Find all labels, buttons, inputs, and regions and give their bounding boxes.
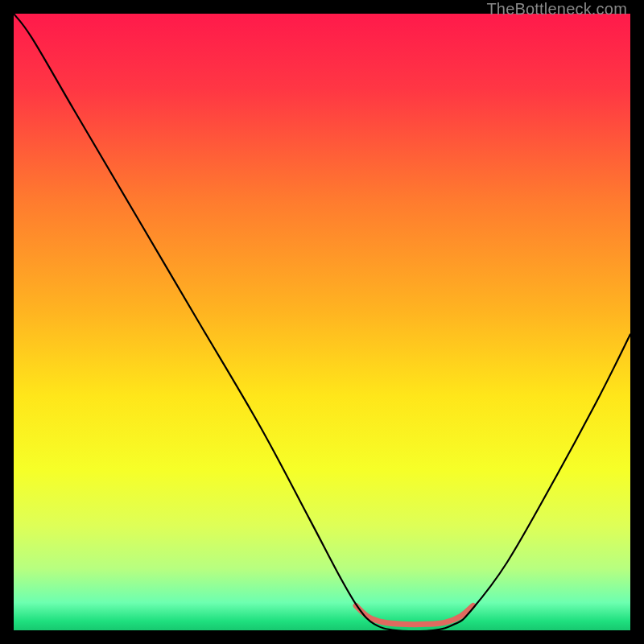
bottleneck-chart xyxy=(14,14,630,630)
gradient-background xyxy=(14,14,630,630)
chart-frame xyxy=(14,14,630,630)
watermark-text: TheBottleneck.com xyxy=(486,0,627,19)
